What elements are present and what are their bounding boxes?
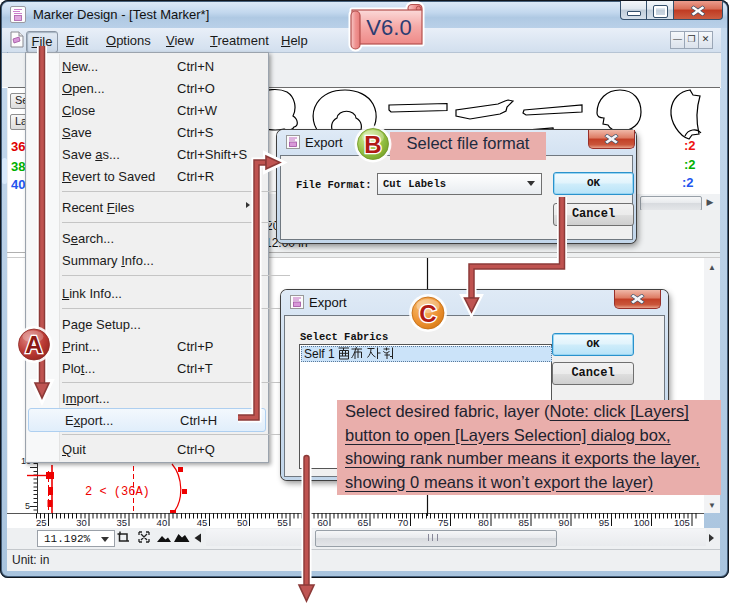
- svg-text:V6.0: V6.0: [366, 15, 411, 40]
- svg-text:B: B: [364, 131, 381, 158]
- svg-text:A: A: [25, 331, 42, 358]
- svg-text:C: C: [419, 300, 436, 327]
